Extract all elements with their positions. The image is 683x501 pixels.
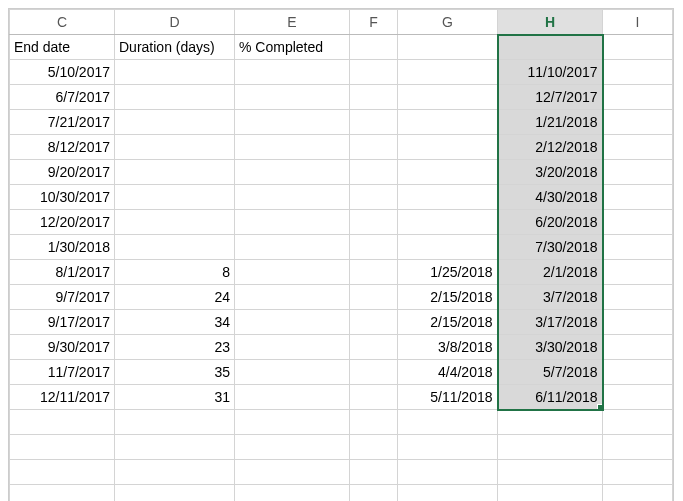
cell[interactable] [603, 260, 673, 285]
cell-selected[interactable]: 3/17/2018 [498, 310, 603, 335]
cell[interactable]: 7/21/2017 [10, 110, 115, 135]
cell[interactable]: 8 [115, 260, 235, 285]
cell[interactable] [350, 160, 398, 185]
cell[interactable] [350, 260, 398, 285]
grid[interactable]: C D E F G H I End date Duration (days) %… [9, 9, 673, 501]
cell[interactable] [235, 185, 350, 210]
cell[interactable] [398, 135, 498, 160]
cell[interactable] [398, 410, 498, 435]
col-header-E[interactable]: E [235, 10, 350, 35]
cell[interactable] [350, 85, 398, 110]
cell[interactable] [398, 435, 498, 460]
cell[interactable] [235, 435, 350, 460]
cell[interactable] [603, 235, 673, 260]
cell[interactable] [398, 235, 498, 260]
cell[interactable] [398, 160, 498, 185]
cell[interactable] [115, 460, 235, 485]
cell[interactable] [235, 110, 350, 135]
cell[interactable] [235, 60, 350, 85]
cell[interactable] [350, 435, 398, 460]
cell[interactable] [235, 410, 350, 435]
cell[interactable] [350, 335, 398, 360]
cell[interactable] [115, 135, 235, 160]
cell[interactable] [603, 435, 673, 460]
cell-selected[interactable]: 5/7/2018 [498, 360, 603, 385]
cell[interactable]: 24 [115, 285, 235, 310]
cell[interactable]: 9/17/2017 [10, 310, 115, 335]
cell[interactable] [235, 135, 350, 160]
cell[interactable]: 9/7/2017 [10, 285, 115, 310]
cell[interactable] [235, 310, 350, 335]
cell[interactable]: 6/7/2017 [10, 85, 115, 110]
cell[interactable]: End date [10, 35, 115, 60]
cell[interactable] [350, 310, 398, 335]
col-header-F[interactable]: F [350, 10, 398, 35]
cell[interactable] [350, 285, 398, 310]
cell[interactable]: 2/15/2018 [398, 285, 498, 310]
cell[interactable] [350, 410, 398, 435]
cell[interactable]: 9/30/2017 [10, 335, 115, 360]
cell[interactable]: 34 [115, 310, 235, 335]
cell[interactable] [603, 85, 673, 110]
cell[interactable] [350, 35, 398, 60]
cell[interactable]: 8/1/2017 [10, 260, 115, 285]
cell[interactable]: % Completed [235, 35, 350, 60]
cell-selected[interactable] [498, 35, 603, 60]
cell[interactable]: Duration (days) [115, 35, 235, 60]
cell[interactable] [603, 60, 673, 85]
cell[interactable]: 12/20/2017 [10, 210, 115, 235]
cell[interactable] [498, 410, 603, 435]
cell[interactable]: 12/11/2017 [10, 385, 115, 410]
cell[interactable] [115, 60, 235, 85]
cell[interactable]: 2/15/2018 [398, 310, 498, 335]
cell[interactable] [603, 310, 673, 335]
cell[interactable] [398, 35, 498, 60]
cell[interactable] [350, 135, 398, 160]
cell[interactable]: 8/12/2017 [10, 135, 115, 160]
cell[interactable] [350, 360, 398, 385]
cell[interactable] [398, 185, 498, 210]
cell[interactable]: 23 [115, 335, 235, 360]
cell-selected[interactable]: 2/12/2018 [498, 135, 603, 160]
cell[interactable] [235, 385, 350, 410]
cell[interactable] [235, 335, 350, 360]
cell-selected[interactable]: 3/30/2018 [498, 335, 603, 360]
cell-selected[interactable]: 2/1/2018 [498, 260, 603, 285]
cell[interactable]: 31 [115, 385, 235, 410]
cell[interactable]: 11/7/2017 [10, 360, 115, 385]
cell[interactable] [10, 435, 115, 460]
cell[interactable] [603, 285, 673, 310]
cell[interactable] [350, 460, 398, 485]
cell[interactable] [235, 485, 350, 502]
cell[interactable] [115, 160, 235, 185]
cell[interactable] [350, 185, 398, 210]
cell[interactable] [235, 260, 350, 285]
cell[interactable] [350, 485, 398, 502]
col-header-D[interactable]: D [115, 10, 235, 35]
cell[interactable] [235, 210, 350, 235]
cell[interactable] [603, 210, 673, 235]
cell[interactable] [398, 460, 498, 485]
cell[interactable] [398, 60, 498, 85]
cell[interactable] [603, 410, 673, 435]
cell[interactable]: 5/11/2018 [398, 385, 498, 410]
cell[interactable] [603, 160, 673, 185]
cell[interactable]: 5/10/2017 [10, 60, 115, 85]
cell[interactable] [603, 35, 673, 60]
col-header-I[interactable]: I [603, 10, 673, 35]
cell[interactable] [115, 110, 235, 135]
cell-selected[interactable]: 12/7/2017 [498, 85, 603, 110]
cell-selected[interactable]: 6/11/2018 [498, 385, 603, 410]
cell[interactable]: 1/30/2018 [10, 235, 115, 260]
cell[interactable] [350, 210, 398, 235]
cell[interactable]: 10/30/2017 [10, 185, 115, 210]
cell-selected[interactable]: 6/20/2018 [498, 210, 603, 235]
cell-selected[interactable]: 11/10/2017 [498, 60, 603, 85]
cell-selected[interactable]: 7/30/2018 [498, 235, 603, 260]
cell[interactable] [498, 485, 603, 502]
cell[interactable]: 1/25/2018 [398, 260, 498, 285]
cell[interactable] [235, 360, 350, 385]
cell[interactable] [235, 160, 350, 185]
cell[interactable] [398, 210, 498, 235]
cell-selected[interactable]: 3/20/2018 [498, 160, 603, 185]
